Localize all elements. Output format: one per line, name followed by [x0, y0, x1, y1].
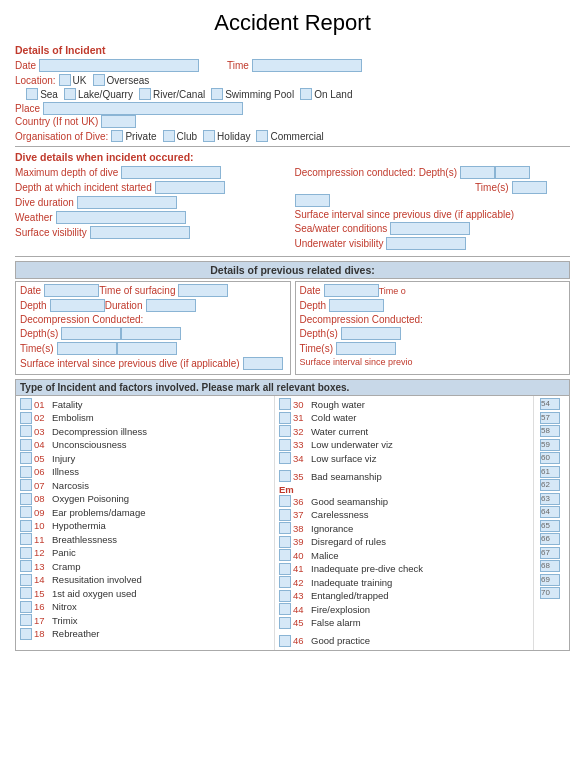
- item-checkbox[interactable]: [279, 412, 291, 424]
- prev-surface-int-input[interactable]: [243, 357, 283, 370]
- item-checkbox[interactable]: [20, 412, 32, 424]
- incident-col1: 01Fatality02Embolism03Decompression illn…: [16, 396, 275, 650]
- item-checkbox[interactable]: [20, 560, 32, 572]
- max-depth-row: Maximum depth of dive: [15, 166, 291, 179]
- depths-input2[interactable]: [495, 166, 530, 179]
- weather-input[interactable]: [56, 211, 186, 224]
- prev2-depths-input1[interactable]: [341, 327, 401, 340]
- prev2-depths-row: Depth(s): [300, 327, 566, 340]
- max-depth-input[interactable]: [121, 166, 221, 179]
- item-checkbox[interactable]: [279, 536, 291, 548]
- item-label: Bad seamanship: [311, 471, 382, 482]
- item-checkbox[interactable]: [279, 617, 291, 629]
- prev-dives-header: Details of previous related dives:: [15, 261, 570, 279]
- item-label: Rebreather: [52, 628, 100, 639]
- uk-checkbox[interactable]: [59, 74, 71, 86]
- times-input1[interactable]: [512, 181, 547, 194]
- item-number: 16: [34, 601, 52, 612]
- prev-depth-input[interactable]: [50, 299, 105, 312]
- club-checkbox[interactable]: [163, 130, 175, 142]
- prev2-date-input[interactable]: [324, 284, 379, 297]
- item-checkbox[interactable]: [20, 398, 32, 410]
- prev-times-input2[interactable]: [117, 342, 177, 355]
- prev-depths-input2[interactable]: [121, 327, 181, 340]
- prev2-times-input1[interactable]: [336, 342, 396, 355]
- commercial-checkbox[interactable]: [256, 130, 268, 142]
- item-label: Good practice: [311, 635, 370, 646]
- max-depth-label: Maximum depth of dive: [15, 167, 118, 178]
- item-checkbox[interactable]: [20, 425, 32, 437]
- item-checkbox[interactable]: [20, 533, 32, 545]
- depth-incident-input[interactable]: [155, 181, 225, 194]
- date-input[interactable]: [39, 59, 199, 72]
- item-checkbox[interactable]: [279, 549, 291, 561]
- item-label: False alarm: [311, 617, 361, 628]
- item-checkbox[interactable]: [279, 425, 291, 437]
- item-checkbox[interactable]: [20, 601, 32, 613]
- underwater-vis-input[interactable]: [386, 237, 466, 250]
- dive-duration-label: Dive duration: [15, 197, 74, 208]
- sea-checkbox[interactable]: [26, 88, 38, 100]
- item-checkbox[interactable]: [279, 576, 291, 588]
- prev-times-input1[interactable]: [57, 342, 117, 355]
- item-checkbox[interactable]: [20, 628, 32, 640]
- item-number: 09: [34, 507, 52, 518]
- item-checkbox[interactable]: [279, 452, 291, 464]
- item-number: 45: [293, 617, 311, 628]
- surface-vis-input[interactable]: [90, 226, 190, 239]
- prev-decomp-row: Decompression Conducted:: [20, 314, 286, 325]
- weather-label: Weather: [15, 212, 53, 223]
- pool-checkbox[interactable]: [211, 88, 223, 100]
- item-checkbox[interactable]: [20, 466, 32, 478]
- prev2-date-row: Date Time o: [300, 284, 566, 297]
- prev2-depth-input[interactable]: [329, 299, 384, 312]
- item-checkbox[interactable]: [20, 452, 32, 464]
- item-checkbox[interactable]: [20, 479, 32, 491]
- col3-number: 57: [540, 412, 560, 424]
- land-label: On Land: [314, 89, 352, 100]
- incident-item: 11Breathlessness: [20, 533, 270, 545]
- item-checkbox[interactable]: [20, 506, 32, 518]
- times-input2[interactable]: [295, 194, 330, 207]
- place-input[interactable]: [43, 102, 243, 115]
- depths-input1[interactable]: [460, 166, 495, 179]
- prev-duration-input[interactable]: [146, 299, 196, 312]
- prev-depths-input1[interactable]: [61, 327, 121, 340]
- item-checkbox[interactable]: [20, 547, 32, 559]
- item-checkbox[interactable]: [279, 470, 291, 482]
- sea-water-input[interactable]: [390, 222, 470, 235]
- prev-surfacing-input[interactable]: [178, 284, 228, 297]
- item-checkbox[interactable]: [279, 635, 291, 647]
- item-checkbox[interactable]: [20, 520, 32, 532]
- item-label: Illness: [52, 466, 79, 477]
- overseas-checkbox[interactable]: [93, 74, 105, 86]
- item-checkbox[interactable]: [279, 590, 291, 602]
- item-checkbox[interactable]: [20, 439, 32, 451]
- holiday-checkbox[interactable]: [203, 130, 215, 142]
- item-checkbox[interactable]: [279, 439, 291, 451]
- item-checkbox[interactable]: [279, 398, 291, 410]
- dive-duration-input[interactable]: [77, 196, 177, 209]
- item-checkbox[interactable]: [279, 603, 291, 615]
- river-checkbox[interactable]: [139, 88, 151, 100]
- item-checkbox[interactable]: [20, 587, 32, 599]
- prev-date-input[interactable]: [44, 284, 99, 297]
- col3-number: 63: [540, 493, 560, 505]
- prev2-depth-label: Depth: [300, 300, 327, 311]
- col3-number: 60: [540, 452, 560, 464]
- item-checkbox[interactable]: [20, 614, 32, 626]
- item-label: Disregard of rules: [311, 536, 386, 547]
- incident-num-item: 62: [538, 479, 565, 491]
- country-input[interactable]: [101, 115, 136, 128]
- item-number: 31: [293, 412, 311, 423]
- lake-checkbox[interactable]: [64, 88, 76, 100]
- item-checkbox[interactable]: [20, 574, 32, 586]
- private-checkbox[interactable]: [111, 130, 123, 142]
- item-checkbox[interactable]: [279, 495, 291, 507]
- item-checkbox[interactable]: [279, 509, 291, 521]
- item-checkbox[interactable]: [20, 493, 32, 505]
- item-checkbox[interactable]: [279, 563, 291, 575]
- land-checkbox[interactable]: [300, 88, 312, 100]
- item-checkbox[interactable]: [279, 522, 291, 534]
- time-input[interactable]: [252, 59, 362, 72]
